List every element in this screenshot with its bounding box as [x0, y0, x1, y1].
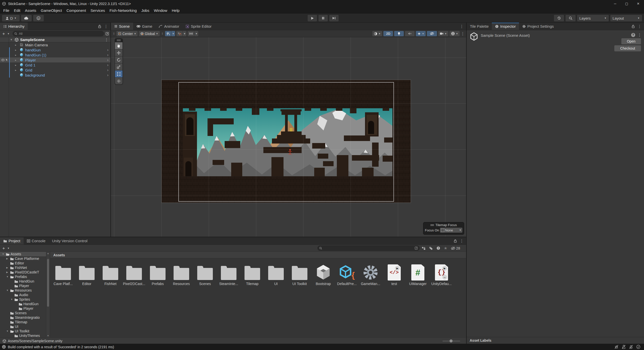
close-button[interactable]: ✕ — [632, 0, 644, 7]
checkout-button[interactable]: Checkout — [614, 45, 641, 51]
tab-project[interactable]: Project — [0, 237, 24, 244]
asset-uimanager[interactable]: #UIManager — [406, 259, 430, 286]
help-icon[interactable]: ? — [631, 33, 635, 37]
play-button[interactable] — [308, 15, 317, 21]
hierarchy-scene-row[interactable]: ▼SampleScene⋮ — [0, 37, 110, 42]
prefab-open-chevron[interactable]: › — [107, 63, 108, 67]
tree-item-ui-toolkit[interactable]: ▼UI Toolkit — [0, 329, 46, 333]
menu-edit[interactable]: Edit — [12, 7, 23, 14]
project-search[interactable] — [317, 246, 420, 251]
status-ok-icon[interactable] — [636, 345, 640, 349]
asset-steaminte-[interactable]: SteamInte... — [217, 259, 240, 286]
hierarchy-item-grid-1[interactable]: ▸Grid 1› — [0, 62, 110, 67]
orientation-dropdown[interactable]: Global▼ — [139, 31, 159, 36]
tab-unity-version-control[interactable]: Unity Version Control — [49, 237, 91, 244]
prefab-open-chevron[interactable]: › — [107, 53, 108, 57]
expand-badge-icon[interactable]: ▶ — [442, 266, 447, 271]
hierarchy-item-main-camera[interactable]: ▸Main Camera — [0, 42, 110, 47]
2d-toggle-button[interactable]: 2D — [383, 31, 393, 36]
create-asset-caret[interactable]: ▼ — [7, 247, 10, 250]
grid-snap-button[interactable]: Y — [165, 31, 171, 36]
expand-arrow[interactable]: ▸ — [15, 54, 16, 56]
asset-resources[interactable]: Resources — [170, 259, 193, 286]
plastic-hub-button[interactable]: D — [33, 15, 44, 21]
hierarchy-item-background[interactable]: background› — [0, 73, 110, 78]
maximize-button[interactable]: ▢ — [621, 0, 632, 7]
create-asset-button[interactable]: ＋ — [2, 245, 6, 251]
pivot-dropdown[interactable]: Center▼ — [116, 31, 138, 36]
scale-tool-button[interactable] — [115, 63, 123, 70]
eye-icon[interactable] — [1, 59, 5, 63]
hidden-assets-indicator[interactable]: 28 — [451, 246, 460, 250]
search-everything-button[interactable] — [566, 15, 576, 21]
favorites-star-icon[interactable]: ★ — [444, 246, 447, 251]
audio-toggle-button[interactable] — [405, 31, 415, 36]
debugger-disabled-icon[interactable] — [614, 345, 619, 349]
lock-icon[interactable] — [98, 25, 101, 28]
create-object-button[interactable]: ＋ — [2, 31, 6, 37]
move-tool-button[interactable] — [115, 49, 123, 56]
expand-arrow[interactable]: ▼ — [6, 289, 9, 292]
menu-jobs[interactable]: Jobs — [139, 7, 152, 14]
focus-on-dropdown[interactable]: None ▼ — [440, 228, 462, 233]
prefab-open-chevron[interactable]: › — [107, 48, 108, 52]
tree-item-fishnet[interactable]: ▶FishNet — [0, 265, 46, 270]
snap-magnet-caret[interactable]: ▼ — [183, 31, 186, 36]
scene-viewport[interactable]: Tilemap Focus Focus On None ▼ — [111, 37, 466, 237]
overlay-drag-handle[interactable] — [430, 224, 434, 226]
menu-component[interactable]: Component — [64, 7, 88, 14]
asset-ui-toolkit[interactable]: UI Toolkit — [288, 259, 311, 286]
step-button[interactable] — [329, 15, 339, 21]
hidden-objects-toggle[interactable] — [427, 31, 437, 36]
grid-snap-caret[interactable]: ▼ — [171, 31, 175, 36]
asset-unitydefau-[interactable]: {}▶–UnityDefau... — [430, 259, 453, 286]
asset-test[interactable]: </>▶test — [382, 259, 406, 286]
tab-hierarchy[interactable]: Hierarchy — [0, 23, 28, 30]
tree-item-pixel2dcastlet[interactable]: ▶Pixel2DCastleT — [0, 270, 46, 274]
tree-item-tilemap[interactable]: Tilemap — [0, 320, 46, 324]
tree-item-resources[interactable]: ▼Resources — [0, 288, 46, 293]
asset-defaultpre-[interactable]: {}DefaultPre... — [335, 259, 359, 286]
pause-button[interactable] — [318, 15, 328, 21]
prefab-open-chevron[interactable]: › — [107, 68, 108, 72]
lighting-toggle-button[interactable] — [394, 31, 404, 36]
undo-history-button[interactable] — [554, 15, 564, 21]
increment-snap-button[interactable] — [188, 31, 194, 36]
expand-arrow[interactable]: ▼ — [6, 330, 9, 332]
transform-tool-button[interactable] — [115, 78, 123, 84]
menu-help[interactable]: Help — [170, 7, 182, 14]
scene-menu-icon[interactable]: ⋮ — [460, 24, 464, 29]
tests-disabled-icon[interactable] — [622, 345, 626, 349]
asset-path-breadcrumb[interactable]: Assets/Scenes/SampleScene.unity — [0, 337, 466, 344]
hierarchy-item-grid[interactable]: ▸Grid› — [0, 67, 110, 73]
rotate-tool-button[interactable] — [115, 56, 123, 63]
project-lock-icon[interactable] — [454, 239, 457, 243]
asset-ui[interactable]: UI — [264, 259, 288, 286]
account-button[interactable]: D ▼ — [2, 15, 20, 21]
open-window-icon[interactable] — [105, 32, 109, 36]
hand-tool-button[interactable] — [115, 42, 123, 49]
expand-badge-icon[interactable]: ▶ — [395, 266, 400, 271]
layout-dropdown[interactable]: Layout▼ — [610, 15, 642, 21]
menu-fish-networking[interactable]: Fish-Networking — [107, 7, 139, 14]
tree-item-handgun[interactable]: HandGun — [0, 302, 46, 306]
tab-sprite-editor[interactable]: Sprite Editor — [182, 23, 215, 30]
gizmos-dropdown[interactable]: ▼ — [450, 31, 460, 36]
toolbar-drag-handle[interactable]: ‖ — [112, 32, 115, 36]
create-object-caret[interactable]: ▼ — [7, 32, 10, 35]
open-button[interactable]: Open — [621, 38, 641, 44]
tree-item-unitythemes[interactable]: UnityThemes — [0, 333, 46, 337]
asset-prefabs[interactable]: Prefabs — [146, 259, 170, 286]
tree-item-sprites[interactable]: ▼Sprites — [0, 297, 46, 302]
asset-labels-section[interactable]: Asset Labels — [467, 337, 644, 344]
tree-item-handgun[interactable]: HandGun — [0, 279, 46, 284]
asset-menu-icon[interactable]: ⋮ — [638, 33, 641, 37]
expand-arrow[interactable]: ▸ — [15, 69, 16, 72]
increment-snap-caret[interactable]: ▼ — [194, 31, 198, 36]
icon-zoom-slider[interactable] — [442, 341, 460, 341]
cloud-button[interactable] — [21, 15, 32, 21]
tab-inspector[interactable]: Inspector — [492, 23, 519, 30]
asset-tilemap[interactable]: Tilemap — [240, 259, 264, 286]
tab-animator[interactable]: Animator — [155, 23, 182, 30]
prefab-open-chevron[interactable]: › — [107, 73, 108, 77]
